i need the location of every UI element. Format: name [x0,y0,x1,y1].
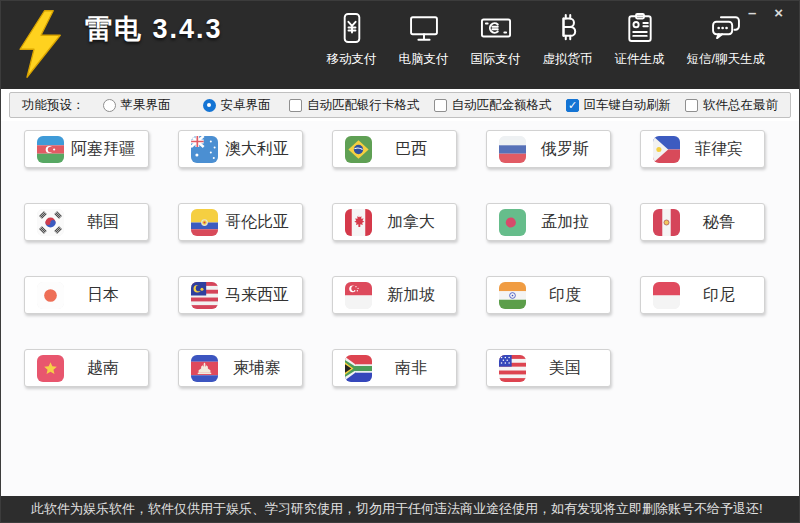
country-button-malaysia[interactable]: 马来西亚 [178,276,303,314]
flag-russia-icon [499,136,526,163]
nav-item-virtual-currency[interactable]: 虚拟货币 [543,10,593,68]
nav-item-id-generator[interactable]: 证件生成 [615,10,665,68]
flag-united-states-icon [499,355,526,382]
virtual-currency-icon [550,10,586,46]
flag-india-icon [499,282,526,309]
country-button-japan[interactable]: 日本 [24,276,149,314]
checkbox-control[interactable] [566,99,579,112]
country-button-united-states[interactable]: 美国 [486,349,611,387]
country-button-brazil[interactable]: 巴西 [332,130,457,168]
nav-item-computer-payment[interactable]: 电脑支付 [399,10,449,68]
options-checkbox-group: 自动匹配银行卡格式 自动匹配金额格式 回车键自动刷新 软件总在最前 [289,97,778,114]
title-bar: 雷电 3.4.3 移动支付 电脑支付 国际支付 虚拟货币 证件生成 短信/聊天生… [1,1,799,89]
country-grid: 阿塞拜疆 澳大利亚 巴西 俄罗斯 菲律宾 韩国 哥伦比亚 加拿大 孟加拉 秘鲁 … [1,121,799,496]
app-window: 雷电 3.4.3 移动支付 电脑支付 国际支付 虚拟货币 证件生成 短信/聊天生… [0,0,800,523]
settings-bar: 功能预设： 苹果界面 安卓界面 自动匹配银行卡格式 自动匹配金额格式 回车键自动… [9,92,791,118]
sms-chat-generator-icon [708,10,744,46]
lightning-logo-icon [13,6,69,82]
flag-singapore-icon [345,282,372,309]
flag-cambodia-icon [191,355,218,382]
window-controls: – × [748,5,783,20]
preset-radio-group: 苹果界面 安卓界面 [103,97,271,114]
preset-radio-1[interactable]: 苹果界面 [103,97,171,114]
computer-payment-icon [406,10,442,46]
settings-strip: 功能预设： 苹果界面 安卓界面 自动匹配银行卡格式 自动匹配金额格式 回车键自动… [1,89,799,121]
country-button-azerbaijan[interactable]: 阿塞拜疆 [24,130,149,168]
radio-control[interactable] [103,99,116,112]
flag-australia-icon [191,136,218,163]
country-button-vietnam[interactable]: 越南 [24,349,149,387]
international-payment-icon [478,10,514,46]
flag-philippines-icon [653,136,680,163]
flag-brazil-icon [345,136,372,163]
country-button-canada[interactable]: 加拿大 [332,203,457,241]
checkbox-control[interactable] [289,99,302,112]
flag-indonesia-icon [653,282,680,309]
disclaimer-text: 此软件为娱乐软件，软件仅供用于娱乐、学习研究使用，切勿用于任何违法商业途径使用，… [31,500,763,518]
country-button-australia[interactable]: 澳大利亚 [178,130,303,168]
nav-item-international-payment[interactable]: 国际支付 [471,10,521,68]
close-button[interactable]: × [774,5,783,20]
flag-bangladesh-icon [499,209,526,236]
checkbox-control[interactable] [685,99,698,112]
flag-canada-icon [345,209,372,236]
flag-south-africa-icon [345,355,372,382]
country-button-singapore[interactable]: 新加坡 [332,276,457,314]
flag-colombia-icon [191,209,218,236]
country-button-indonesia[interactable]: 印尼 [640,276,765,314]
nav-item-mobile-payment[interactable]: 移动支付 [327,10,377,68]
flag-japan-icon [37,282,64,309]
minimize-button[interactable]: – [748,5,756,20]
option-checkbox-1[interactable]: 自动匹配银行卡格式 [289,97,420,114]
radio-control[interactable] [203,99,216,112]
mobile-payment-icon [334,10,370,46]
country-button-peru[interactable]: 秘鲁 [640,203,765,241]
flag-vietnam-icon [37,355,64,382]
country-button-south-africa[interactable]: 南非 [332,349,457,387]
preset-radio-2[interactable]: 安卓界面 [203,97,271,114]
option-checkbox-4[interactable]: 软件总在最前 [685,97,778,114]
country-button-bangladesh[interactable]: 孟加拉 [486,203,611,241]
country-button-philippines[interactable]: 菲律宾 [640,130,765,168]
flag-peru-icon [653,209,680,236]
id-generator-icon [622,10,658,46]
country-button-cambodia[interactable]: 柬埔寨 [178,349,303,387]
preset-label: 功能预设： [22,97,85,114]
country-button-russia[interactable]: 俄罗斯 [486,130,611,168]
country-button-colombia[interactable]: 哥伦比亚 [178,203,303,241]
checkbox-control[interactable] [434,99,447,112]
header-nav: 移动支付 电脑支付 国际支付 虚拟货币 证件生成 短信/聊天生成 [327,10,765,68]
status-bar: 此软件为娱乐软件，软件仅供用于娱乐、学习研究使用，切勿用于任何违法商业途径使用，… [1,496,799,522]
app-title: 雷电 3.4.3 [85,11,223,47]
flag-azerbaijan-icon [37,136,64,163]
country-button-south-korea[interactable]: 韩国 [24,203,149,241]
option-checkbox-2[interactable]: 自动匹配金额格式 [434,97,552,114]
flag-malaysia-icon [191,282,218,309]
country-button-india[interactable]: 印度 [486,276,611,314]
option-checkbox-3[interactable]: 回车键自动刷新 [566,97,672,114]
flag-south-korea-icon [37,209,64,236]
